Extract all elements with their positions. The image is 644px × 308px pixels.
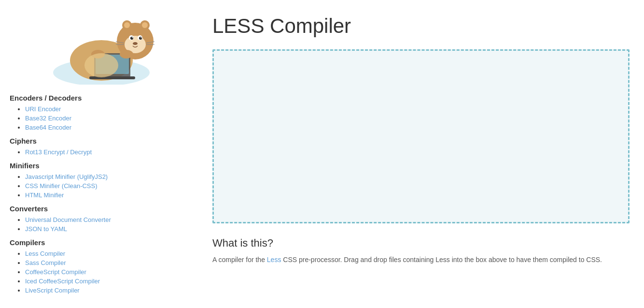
section-header-compilers: Compilers: [10, 238, 193, 247]
section-converters: Converters Universal Document Converter …: [10, 205, 193, 233]
json-to-yaml-link[interactable]: JSON to YAML: [25, 225, 67, 233]
html-minifier-link[interactable]: HTML Minifier: [25, 191, 64, 199]
list-item: HTML Minifier: [25, 191, 193, 199]
svg-point-6: [142, 22, 148, 28]
list-item: LiveScript Compiler: [25, 286, 193, 294]
base32-encoder-link[interactable]: Base32 Encoder: [25, 115, 71, 122]
sass-compiler-link[interactable]: Sass Compiler: [25, 259, 66, 266]
less-link[interactable]: Less: [267, 256, 281, 264]
what-is-this-description: A compiler for the Less CSS pre-processo…: [212, 254, 630, 265]
list-item: Base32 Encoder: [25, 114, 193, 122]
svg-point-14: [133, 42, 138, 45]
svg-point-4: [124, 22, 130, 28]
section-header-converters: Converters: [10, 205, 193, 213]
svg-point-10: [130, 37, 133, 40]
section-encoders-decoders: Encoders / Decoders URI Encoder Base32 E…: [10, 94, 193, 131]
base64-encoder-link[interactable]: Base64 Encoder: [25, 124, 71, 131]
section-list-encoders: URI Encoder Base32 Encoder Base64 Encode…: [10, 105, 193, 131]
section-header-minifiers: Minifiers: [10, 161, 193, 170]
section-list-minifiers: Javascript Minifier (UglifyJS2) CSS Mini…: [10, 173, 193, 199]
desc-prefix: A compiler for the: [212, 256, 267, 264]
list-item: URI Encoder: [25, 105, 193, 113]
svg-point-19: [120, 50, 133, 59]
main-content: LESS Compiler What is this? A compiler f…: [203, 0, 644, 308]
list-item: Base64 Encoder: [25, 123, 193, 131]
livescript-compiler-link[interactable]: LiveScript Compiler: [25, 287, 80, 294]
svg-point-11: [139, 37, 142, 40]
uri-encoder-link[interactable]: URI Encoder: [25, 105, 61, 113]
list-item: Less Compiler: [25, 249, 193, 257]
list-item: Rot13 Encrypt / Decrypt: [25, 148, 193, 156]
mascot-image: [46, 5, 157, 85]
logo-area: [10, 5, 193, 86]
section-header-ciphers: Ciphers: [10, 137, 193, 145]
desc-suffix: CSS pre-processor. Drag and drop files c…: [281, 256, 602, 264]
what-is-this-title: What is this?: [212, 237, 630, 249]
coffeescript-compiler-link[interactable]: CoffeeScript Compiler: [25, 268, 86, 276]
svg-rect-17: [89, 76, 135, 79]
less-compiler-link[interactable]: Less Compiler: [25, 250, 65, 257]
drop-zone[interactable]: [212, 49, 630, 223]
universal-doc-converter-link[interactable]: Universal Document Converter: [25, 216, 111, 223]
list-item: CoffeeScript Compiler: [25, 268, 193, 276]
section-minifiers: Minifiers Javascript Minifier (UglifyJS2…: [10, 161, 193, 199]
list-item: Javascript Minifier (UglifyJS2): [25, 173, 193, 180]
list-item: Iced CoffeeScript Compiler: [25, 277, 193, 285]
rot13-link[interactable]: Rot13 Encrypt / Decrypt: [25, 148, 92, 156]
list-item: Sass Compiler: [25, 259, 193, 266]
iced-coffeescript-compiler-link[interactable]: Iced CoffeeScript Compiler: [25, 278, 100, 285]
svg-point-12: [132, 37, 133, 38]
js-minifier-link[interactable]: Javascript Minifier (UglifyJS2): [25, 173, 108, 180]
page-title: LESS Compiler: [212, 15, 630, 38]
svg-point-13: [140, 37, 141, 38]
section-list-converters: Universal Document Converter JSON to YAM…: [10, 216, 193, 233]
section-list-compilers: Less Compiler Sass Compiler CoffeeScript…: [10, 249, 193, 294]
section-ciphers: Ciphers Rot13 Encrypt / Decrypt: [10, 137, 193, 156]
css-minifier-link[interactable]: CSS Minifier (Clean-CSS): [25, 182, 98, 190]
list-item: JSON to YAML: [25, 225, 193, 233]
sidebar: Encoders / Decoders URI Encoder Base32 E…: [0, 0, 203, 308]
section-list-ciphers: Rot13 Encrypt / Decrypt: [10, 148, 193, 156]
list-item: CSS Minifier (Clean-CSS): [25, 182, 193, 190]
list-item: Universal Document Converter: [25, 216, 193, 223]
sidebar-nav: Encoders / Decoders URI Encoder Base32 E…: [10, 94, 193, 294]
section-compilers: Compilers Less Compiler Sass Compiler Co…: [10, 238, 193, 294]
svg-point-20: [84, 53, 118, 77]
section-header-encoders: Encoders / Decoders: [10, 94, 193, 102]
